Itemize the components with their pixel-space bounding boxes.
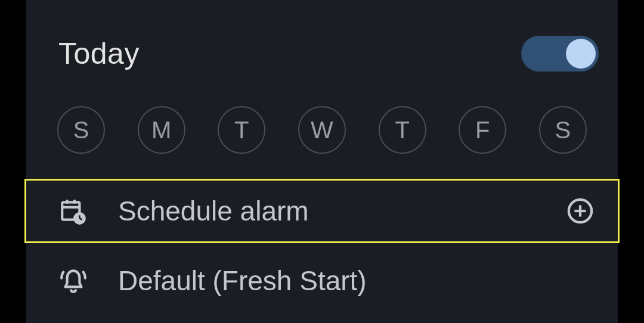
day-thursday[interactable]: T bbox=[379, 106, 426, 154]
alarm-card: Today S M T W T F S Schedule alarm bbox=[26, 0, 618, 323]
day-saturday[interactable]: S bbox=[539, 106, 587, 154]
sound-row[interactable]: Default (Fresh Start) bbox=[26, 243, 618, 311]
today-label: Today bbox=[58, 36, 140, 71]
header-row: Today bbox=[26, 0, 618, 83]
day-wednesday[interactable]: W bbox=[298, 106, 346, 154]
day-tuesday[interactable]: T bbox=[218, 106, 265, 154]
schedule-alarm-row[interactable]: Schedule alarm bbox=[24, 179, 620, 243]
days-row: S M T W T F S bbox=[26, 83, 618, 179]
plus-circle-icon[interactable] bbox=[566, 197, 594, 225]
day-sunday[interactable]: S bbox=[57, 106, 105, 154]
alarm-toggle[interactable] bbox=[521, 36, 599, 72]
day-friday[interactable]: F bbox=[459, 106, 506, 154]
toggle-knob bbox=[566, 39, 596, 69]
calendar-clock-icon bbox=[58, 196, 88, 226]
day-monday[interactable]: M bbox=[138, 106, 185, 154]
schedule-alarm-label: Schedule alarm bbox=[118, 195, 537, 227]
bell-icon bbox=[58, 266, 88, 296]
svg-line-6 bbox=[79, 219, 82, 220]
sound-label: Default (Fresh Start) bbox=[118, 265, 594, 297]
